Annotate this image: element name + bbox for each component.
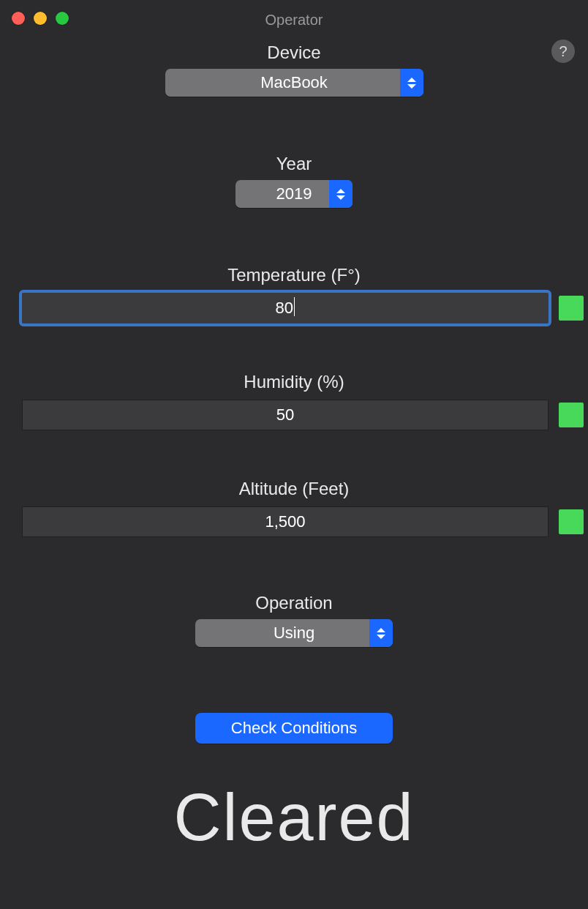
operation-group: Operation Using bbox=[22, 593, 566, 647]
year-select[interactable]: 2019 bbox=[235, 180, 353, 208]
altitude-input[interactable] bbox=[22, 506, 549, 537]
content: Device MacBook Year 2019 Temperature (F°… bbox=[0, 42, 588, 856]
humidity-input[interactable] bbox=[22, 400, 549, 430]
question-icon: ? bbox=[559, 43, 567, 60]
check-conditions-button[interactable]: Check Conditions bbox=[195, 713, 393, 744]
year-label: Year bbox=[276, 154, 312, 174]
year-value: 2019 bbox=[276, 184, 312, 203]
chevron-updown-icon bbox=[400, 69, 423, 97]
operation-value: Using bbox=[274, 624, 314, 643]
altitude-group: Altitude (Feet) bbox=[22, 479, 566, 537]
temperature-input[interactable]: 80 bbox=[22, 293, 549, 323]
close-icon[interactable] bbox=[12, 12, 25, 25]
action-group: Check Conditions bbox=[22, 647, 566, 744]
altitude-label: Altitude (Feet) bbox=[239, 479, 350, 499]
text-cursor-icon bbox=[294, 297, 295, 316]
year-group: Year 2019 bbox=[22, 154, 566, 208]
titlebar: Operator bbox=[0, 0, 588, 40]
humidity-status-indicator bbox=[559, 403, 584, 427]
operation-label: Operation bbox=[255, 593, 332, 613]
humidity-label: Humidity (%) bbox=[244, 372, 344, 392]
chevron-updown-icon bbox=[329, 180, 353, 208]
help-button[interactable]: ? bbox=[551, 40, 575, 63]
temperature-row: 80 bbox=[22, 293, 566, 323]
altitude-row bbox=[22, 506, 566, 537]
fullscreen-icon[interactable] bbox=[56, 12, 69, 25]
temperature-group: Temperature (F°) 80 bbox=[22, 265, 566, 323]
temperature-value: 80 bbox=[276, 299, 293, 318]
window-title: Operator bbox=[265, 12, 323, 29]
humidity-row bbox=[22, 400, 566, 430]
operation-select[interactable]: Using bbox=[195, 619, 393, 647]
temperature-status-indicator bbox=[559, 296, 584, 321]
device-select[interactable]: MacBook bbox=[165, 69, 423, 97]
humidity-group: Humidity (%) bbox=[22, 372, 566, 430]
device-label: Device bbox=[267, 42, 320, 63]
altitude-status-indicator bbox=[559, 509, 584, 534]
device-value: MacBook bbox=[260, 73, 328, 92]
device-group: Device MacBook bbox=[22, 42, 566, 97]
minimize-icon[interactable] bbox=[34, 12, 47, 25]
temperature-label: Temperature (F°) bbox=[227, 265, 361, 285]
window-controls bbox=[12, 12, 69, 25]
result-text: Cleared bbox=[22, 780, 566, 856]
chevron-updown-icon bbox=[369, 619, 393, 647]
